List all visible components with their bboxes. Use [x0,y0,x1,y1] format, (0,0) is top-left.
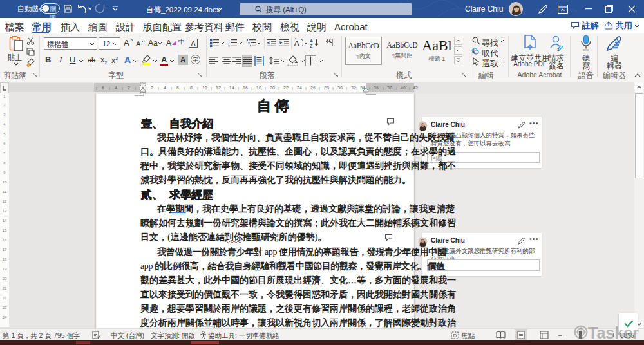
svg-text:6: 6 [176,86,179,90]
svg-text:Z: Z [310,44,313,48]
svg-text:22: 22 [3,296,7,300]
svg-text:28: 28 [324,86,329,90]
svg-text:16: 16 [3,238,7,242]
svg-text:A: A [310,39,313,43]
svg-text:A: A [294,39,299,47]
svg-text:18: 18 [256,86,261,90]
svg-text:24: 24 [297,86,302,90]
svg-text:4: 4 [164,86,166,90]
svg-text:22: 22 [283,86,289,90]
svg-text:21: 21 [3,286,7,290]
svg-text:10: 10 [202,86,207,90]
svg-text:16: 16 [243,86,248,90]
svg-text:Tasker: Tasker [588,324,639,342]
svg-text:D: D [453,333,457,339]
svg-text:24: 24 [3,315,7,319]
svg-text:4: 4 [115,86,117,90]
svg-text:b: b [473,48,476,52]
svg-text:2: 2 [151,86,153,90]
svg-text:3: 3 [228,45,230,48]
svg-text:20: 20 [3,277,7,281]
svg-text:12: 12 [216,86,221,90]
svg-text:8: 8 [190,86,193,90]
svg-text:23: 23 [3,306,7,310]
svg-text:x: x [557,47,560,51]
svg-text:32: 32 [351,86,356,90]
svg-text:11: 11 [3,190,7,194]
svg-text:14: 14 [229,86,234,90]
svg-text:15: 15 [3,228,7,232]
svg-text:20: 20 [270,86,275,90]
svg-text:12: 12 [3,200,7,203]
svg-text:42: 42 [413,86,418,90]
svg-text:30: 30 [337,86,343,90]
svg-text:36: 36 [374,86,379,90]
svg-text:13: 13 [3,209,7,213]
svg-text:26: 26 [310,86,316,90]
svg-text:2: 2 [128,86,130,90]
svg-text:38: 38 [387,86,392,90]
svg-text:40: 40 [401,86,406,90]
svg-text:10: 10 [3,180,7,184]
svg-text:14: 14 [3,219,7,223]
svg-text:19: 19 [3,267,7,271]
svg-text:6: 6 [102,86,104,90]
svg-text:18: 18 [3,257,7,261]
svg-text:17: 17 [3,248,7,252]
